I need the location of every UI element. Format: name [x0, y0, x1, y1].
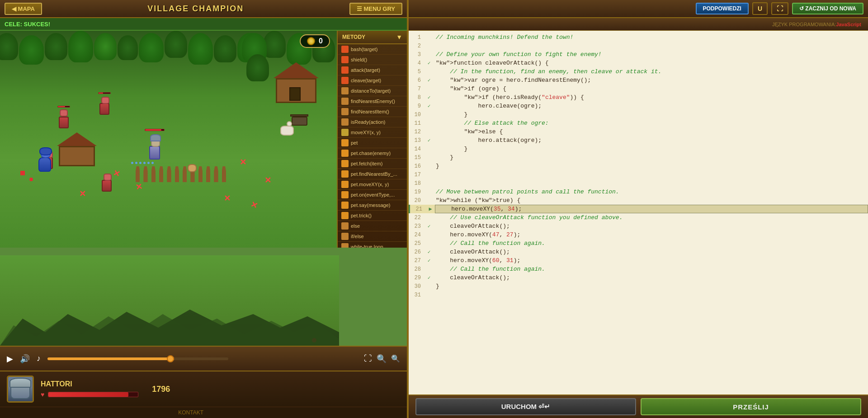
game-viewport: 0	[0, 31, 407, 346]
hints-button[interactable]: PODPOWIEDZI	[696, 3, 749, 14]
method-item-18[interactable]: if/else	[338, 231, 407, 242]
method-icon-7	[341, 118, 349, 126]
method-item-12[interactable]: pet.findNearestBy_...	[338, 169, 407, 179]
method-item-2[interactable]: attack(target)	[338, 65, 407, 75]
code-line-31: 31	[409, 291, 868, 299]
method-item-16[interactable]: pet.trick()	[338, 211, 407, 221]
method-item-8[interactable]: moveXY(x, y)	[338, 127, 407, 138]
method-item-4[interactable]: distanceTo(target)	[338, 86, 407, 96]
line-content-25: // Call the function again.	[434, 240, 868, 247]
method-icon-19	[341, 243, 349, 248]
method-label-6: findNearestItem()	[351, 109, 389, 114]
character-panel: HATTORI ♥ 1796	[0, 371, 407, 407]
blue-creature	[38, 157, 51, 172]
enemy-4	[102, 180, 112, 192]
method-item-13[interactable]: pet.moveXY(x, y)	[338, 179, 407, 190]
method-label-7: isReady(action)	[351, 119, 385, 125]
line-number-13: 13	[409, 137, 425, 144]
line-check-4: ✓	[425, 60, 434, 66]
code-line-30: 30}	[409, 282, 868, 291]
code-line-16: 16}	[409, 162, 868, 170]
menu-button[interactable]: ☰ MENU GRY	[349, 3, 402, 15]
code-editor[interactable]: 1// Incoming munchkins! Defend the town!…	[409, 31, 868, 395]
code-line-4: 4✓"kw">function cleaveOrAttack() {	[409, 59, 868, 67]
line-number-9: 9	[409, 103, 425, 109]
method-icon-12	[341, 170, 349, 178]
method-item-15[interactable]: pet.say(message)	[338, 200, 407, 211]
method-item-10[interactable]: pet.chase(enemy)	[338, 148, 407, 159]
volume-slider[interactable]	[47, 357, 228, 360]
line-content-30: }	[434, 283, 868, 290]
method-label-2: attack(target)	[351, 67, 380, 73]
zoom-in-button[interactable]: 🔍	[377, 354, 387, 364]
method-item-5[interactable]: findNearestEnemy()	[338, 96, 407, 107]
enemy-2	[59, 117, 69, 128]
line-content-24: hero.moveXY(47, 27);	[434, 231, 868, 238]
line-check-29: ✓	[425, 275, 434, 281]
method-icon-10	[341, 150, 349, 157]
code-line-19: 19// Move between patrol points and call…	[409, 188, 868, 196]
methods-list: bash(target)shield()attack(target)cleave…	[338, 44, 407, 248]
method-item-0[interactable]: bash(target)	[338, 44, 407, 55]
line-check-9: ✓	[425, 103, 434, 109]
line-number-4: 4	[409, 60, 425, 66]
method-item-1[interactable]: shield()	[338, 55, 407, 65]
line-check-8: ✓	[425, 94, 434, 100]
method-icon-17	[341, 222, 349, 230]
method-label-17: else	[351, 223, 360, 229]
expand-button[interactable]: ⛶	[771, 2, 788, 15]
line-number-20: 20	[409, 197, 425, 204]
code-toolbar: PODPOWIEDZI U ⛶ ↺ ZACZNIJ OD NOWA	[409, 0, 868, 18]
sound-button[interactable]: 🔊	[20, 354, 30, 364]
fence	[136, 166, 226, 184]
code-line-25: 25 // Call the function again.	[409, 239, 868, 248]
method-icon-15	[341, 202, 349, 209]
line-content-28: // Call the function again.	[434, 266, 868, 272]
method-label-9: pet	[351, 140, 358, 146]
play-button[interactable]: ▶	[7, 354, 13, 364]
line-number-19: 19	[409, 189, 425, 195]
u-button[interactable]: U	[752, 2, 768, 15]
animal-cow	[280, 126, 294, 136]
method-item-11[interactable]: pet.fetch(item)	[338, 159, 407, 169]
method-label-12: pet.findNearestBy_...	[351, 171, 397, 177]
building-small	[59, 135, 95, 166]
music-button[interactable]: ♪	[37, 354, 41, 363]
method-item-3[interactable]: cleave(target)	[338, 75, 407, 86]
line-content-14: }	[434, 146, 868, 152]
map-button[interactable]: ◀ MAPA	[5, 3, 42, 15]
line-number-26: 26	[409, 249, 425, 255]
restart-button[interactable]: ↺ ZACZNIJ OD NOWA	[792, 3, 863, 14]
hit-effect-3: ✕	[79, 189, 86, 199]
media-controls: ▶ 🔊 ♪ ⛶ 🔍 🔍	[0, 346, 407, 371]
well	[292, 110, 307, 126]
method-item-14[interactable]: pet.on(eventType,...	[338, 190, 407, 200]
methods-panel-toggle[interactable]: ▼	[396, 33, 402, 41]
building-house	[276, 67, 316, 103]
run-button[interactable]: URUCHOM ⏎↵	[415, 398, 636, 415]
method-item-17[interactable]: else	[338, 221, 407, 231]
code-line-22: 22 // Use cleaveOrAttack function you de…	[409, 213, 868, 222]
code-line-23: 23✓ cleaveOrAttack();	[409, 222, 868, 230]
code-line-27: 27✓ hero.moveXY(60, 31);	[409, 256, 868, 265]
method-item-6[interactable]: findNearestItem()	[338, 107, 407, 117]
fullscreen-button[interactable]: ⛶	[364, 354, 372, 364]
method-item-7[interactable]: isReady(action)	[338, 117, 407, 127]
submit-button[interactable]: PRZEŚLIJ	[641, 398, 861, 415]
method-item-9[interactable]: pet	[338, 138, 407, 148]
line-content-19: // Move between patrol points and call t…	[434, 188, 868, 195]
line-check-13: ✓	[425, 137, 434, 143]
code-actions: URUCHOM ⏎↵ PRZEŚLIJ	[409, 395, 868, 418]
method-label-5: findNearestEnemy()	[351, 99, 395, 104]
line-number-28: 28	[409, 266, 425, 272]
indicator-2	[29, 178, 33, 181]
code-line-18: 18	[409, 179, 868, 188]
line-number-8: 8	[409, 94, 425, 101]
zoom-out-button[interactable]: 🔍	[391, 354, 400, 364]
method-item-19[interactable]: while-true loop	[338, 242, 407, 248]
kontakt-link[interactable]: KONTAKT	[178, 409, 203, 416]
method-label-3: cleave(target)	[351, 78, 381, 83]
volume-knob[interactable]	[167, 355, 174, 362]
code-line-14: 14 }	[409, 145, 868, 153]
hit-effect-7: ✕	[240, 157, 246, 167]
